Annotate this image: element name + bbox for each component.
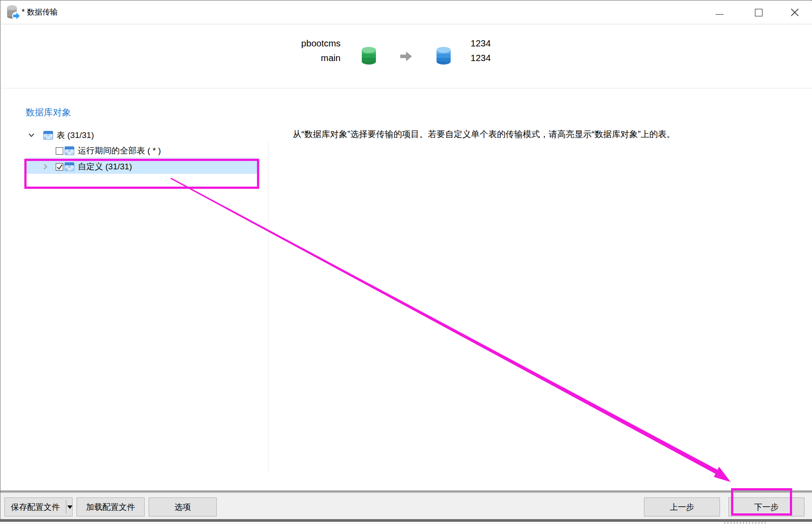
save-profile-label: 保存配置文件 — [5, 501, 66, 513]
database-objects-heading: 数据库对象 — [26, 106, 71, 119]
load-profile-button[interactable]: 加载配置文件 — [77, 497, 145, 516]
clipped-watermark-fragment — [724, 522, 767, 524]
annotation-rect-next-button — [731, 488, 792, 516]
save-profile-button[interactable]: 保存配置文件 — [4, 497, 73, 516]
window-frame: * 数据传输 pbootcms main — [0, 0, 812, 522]
target-db-name: 1234 — [471, 36, 491, 50]
blue-database-icon — [436, 46, 451, 65]
options-label: 选项 — [175, 501, 191, 513]
database-transfer-icon — [6, 4, 21, 20]
maximize-button[interactable] — [746, 1, 771, 24]
instruction-text: 从“数据库对象”选择要传输的项目。若要自定义单个表的传输模式，请高亮显示“数据库… — [293, 128, 675, 140]
tree-item-all-tables[interactable]: 运行期间的全部表 ( * ) — [26, 144, 258, 157]
load-profile-label: 加载配置文件 — [86, 501, 135, 513]
green-database-icon — [361, 46, 376, 65]
source-connection-label: pbootcms main — [301, 36, 341, 65]
maximize-icon — [755, 9, 762, 16]
desktop-strip — [0, 522, 812, 524]
minimize-icon — [716, 14, 724, 15]
target-schema-name: 1234 — [471, 50, 491, 65]
table-icon — [43, 131, 53, 140]
tree-item-label: 运行期间的全部表 ( * ) — [78, 145, 161, 157]
table-icon — [65, 146, 74, 155]
options-button[interactable]: 选项 — [149, 497, 217, 516]
close-button[interactable] — [782, 1, 807, 24]
tree-item-tables[interactable]: 表 (31/31) — [26, 129, 258, 142]
previous-step-label: 上一步 — [670, 501, 694, 513]
checkbox-unchecked[interactable] — [56, 147, 63, 155]
annotation-rect-tree-selection — [24, 159, 259, 189]
source-schema-name: main — [301, 50, 341, 65]
tree-item-label: 表 (31/31) — [57, 130, 94, 141]
close-icon — [791, 8, 799, 16]
previous-step-button[interactable]: 上一步 — [644, 497, 720, 516]
minimize-button[interactable] — [707, 1, 732, 24]
chevron-down-icon[interactable] — [28, 133, 34, 138]
transfer-arrow-icon — [400, 51, 412, 61]
source-db-name: pbootcms — [301, 36, 341, 50]
target-connection-label: 1234 1234 — [471, 36, 491, 65]
save-profile-dropdown[interactable] — [66, 498, 73, 516]
title-bar: * 数据传输 — [1, 1, 812, 24]
panel-divider — [268, 142, 268, 471]
transfer-header: pbootcms main 1234 — [1, 24, 812, 88]
caret-down-icon — [67, 505, 73, 509]
data-transfer-window: * 数据传输 pbootcms main — [0, 0, 812, 524]
window-title: * 数据传输 — [22, 7, 58, 17]
